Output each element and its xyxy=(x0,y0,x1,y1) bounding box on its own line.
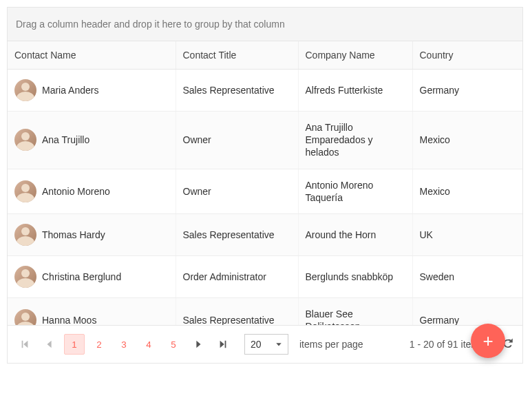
column-header-country[interactable]: Country xyxy=(412,41,522,70)
avatar xyxy=(14,129,36,151)
avatar xyxy=(14,79,36,101)
cell-company-name: Berglunds snabbköp xyxy=(298,255,412,297)
cell-contact-title: Sales Representative xyxy=(176,70,298,112)
cell-contact-title: Owner xyxy=(176,169,298,213)
table-row[interactable]: Hanna Moos Sales Representative Blauer S… xyxy=(8,297,522,325)
pager-page-1[interactable]: 1 xyxy=(64,334,85,355)
cell-country: Mexico xyxy=(412,112,522,169)
caret-right-icon xyxy=(193,339,203,349)
column-header-contact-name[interactable]: Contact Name xyxy=(8,41,176,70)
caret-down-icon xyxy=(275,339,282,350)
cell-contact-name: Maria Anders xyxy=(42,84,98,96)
cell-company-name: Antonio Moreno Taquería xyxy=(298,169,412,213)
pager-next-button[interactable] xyxy=(188,334,209,355)
grid-table: Contact Name Contact Title Company Name … xyxy=(8,41,522,325)
table-row[interactable]: Antonio Moreno Owner Antonio Moreno Taqu… xyxy=(8,169,522,213)
add-button[interactable]: + xyxy=(471,324,505,358)
grid-rows: Maria Anders Sales Representative Alfred… xyxy=(8,70,522,326)
cell-country: Mexico xyxy=(412,169,522,213)
page-size-select[interactable]: 20 xyxy=(244,334,288,355)
cell-country: Germany xyxy=(412,70,522,112)
table-row[interactable]: Christina Berglund Order Administrator B… xyxy=(8,255,522,297)
cell-contact-name: Ana Trujillo xyxy=(42,134,89,146)
avatar xyxy=(14,224,36,246)
pager-page-4[interactable]: 4 xyxy=(138,334,159,355)
cell-country: UK xyxy=(412,213,522,255)
cell-country: Sweden xyxy=(412,255,522,297)
items-per-page-label: items per page xyxy=(299,339,363,350)
caret-left-icon xyxy=(45,339,54,349)
table-row[interactable]: Thomas Hardy Sales Representative Around… xyxy=(8,213,522,255)
cell-contact-title: Sales Representative xyxy=(176,213,298,255)
column-header-company-name[interactable]: Company Name xyxy=(298,41,412,70)
seek-last-icon xyxy=(218,339,228,349)
pager-page-3[interactable]: 3 xyxy=(114,334,134,355)
cell-company-name: Alfreds Futterkiste xyxy=(298,70,412,112)
page-size-value: 20 xyxy=(251,339,262,350)
cell-contact-name: Thomas Hardy xyxy=(42,229,105,241)
cell-company-name: Ana Trujillo Emparedados y helados xyxy=(298,112,412,169)
cell-contact-name: Christina Berglund xyxy=(42,271,121,283)
table-row[interactable]: Maria Anders Sales Representative Alfred… xyxy=(8,70,522,112)
pager-first-button[interactable] xyxy=(14,334,35,355)
cell-contact-name: Hanna Moos xyxy=(42,314,96,325)
avatar xyxy=(14,309,36,325)
avatar xyxy=(14,266,36,288)
cell-company-name: Around the Horn xyxy=(298,213,412,255)
group-panel[interactable]: Drag a column header and drop it here to… xyxy=(8,8,522,41)
data-grid: Drag a column header and drop it here to… xyxy=(7,7,523,364)
pager-page-5[interactable]: 5 xyxy=(163,334,184,355)
cell-contact-title: Owner xyxy=(176,112,298,169)
avatar xyxy=(14,180,36,202)
cell-contact-name: Antonio Moreno xyxy=(42,185,110,198)
pager-page-2[interactable]: 2 xyxy=(89,334,109,355)
pager-last-button[interactable] xyxy=(213,334,233,355)
cell-contact-title: Sales Representative xyxy=(176,297,298,325)
pager: 1 2 3 4 5 20 items per page 1 - 20 of 91… xyxy=(8,325,522,363)
pager-prev-button[interactable] xyxy=(39,334,60,355)
plus-icon: + xyxy=(483,332,493,350)
column-header-contact-title[interactable]: Contact Title xyxy=(176,41,298,70)
cell-country: Germany xyxy=(412,297,522,325)
seek-first-icon xyxy=(20,339,30,349)
grid-header-row: Contact Name Contact Title Company Name … xyxy=(8,41,522,70)
grid-body: Contact Name Contact Title Company Name … xyxy=(8,41,522,325)
cell-contact-title: Order Administrator xyxy=(176,255,298,297)
table-row[interactable]: Ana Trujillo Owner Ana Trujillo Empareda… xyxy=(8,112,522,169)
cell-company-name: Blauer See Delikatessen xyxy=(298,297,412,325)
